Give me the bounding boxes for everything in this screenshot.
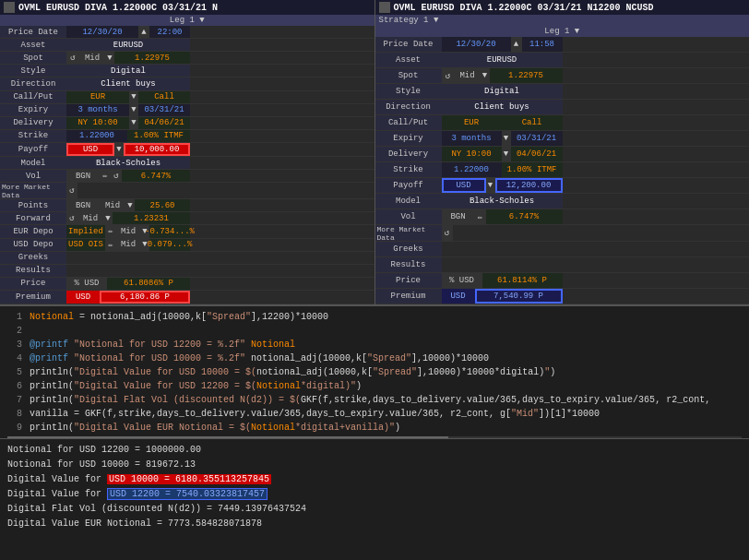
right-model-value[interactable]: Black-Scholes: [442, 194, 563, 209]
right-style-value[interactable]: Digital: [442, 84, 563, 99]
right-vol-label: Vol: [375, 209, 442, 224]
right-spot-arrow[interactable]: ▼: [481, 68, 490, 83]
left-spot-refresh-icon[interactable]: ↺: [66, 52, 79, 64]
left-usd-depo-mid[interactable]: Mid: [116, 239, 140, 251]
output-line-3: Digital Value for USD 10000 = 6180.35511…: [7, 472, 742, 487]
left-spot-mid[interactable]: Mid: [79, 52, 105, 64]
left-direction-value[interactable]: Client buys: [66, 77, 190, 89]
right-asset-value[interactable]: EURUSD: [442, 53, 563, 67]
code-line-5: 5println("Digital Value for USD 10000 = …: [7, 365, 742, 379]
right-price-date-value[interactable]: 12/30/20: [442, 37, 511, 52]
code-line-9: 9println("Digital Value EUR Notional = $…: [7, 421, 742, 435]
left-callput-arrow[interactable]: ▼: [129, 91, 138, 103]
left-price-date-arrow[interactable]: ▲: [138, 26, 149, 38]
left-forward-mid[interactable]: Mid: [77, 212, 103, 224]
right-payoff-currency[interactable]: USD: [442, 178, 486, 193]
right-expiry-months[interactable]: 3 months: [442, 131, 502, 146]
left-leg-label[interactable]: Leg 1 ▼: [0, 15, 374, 26]
left-points-bgn[interactable]: BGN: [66, 199, 100, 211]
left-forward-arrow[interactable]: ▼: [103, 212, 113, 224]
right-direction-value[interactable]: Client buys: [442, 100, 563, 114]
left-payoff-currency[interactable]: USD: [66, 143, 114, 156]
left-model-label: Model: [0, 157, 66, 169]
right-price-row: Price % USD 61.8114% P: [375, 273, 750, 289]
left-vol-refresh-icon[interactable]: ↺: [111, 170, 122, 182]
right-expiry-row: Expiry 3 months ▼ 03/31/21: [375, 131, 750, 147]
right-payoff-arrow[interactable]: ▼: [486, 178, 495, 193]
right-direction-label: Direction: [375, 100, 442, 114]
right-price-value: 61.8114% P: [482, 273, 563, 288]
left-points-mid[interactable]: Mid: [100, 199, 125, 211]
right-expiry-date[interactable]: 03/31/21: [511, 131, 563, 146]
right-results-row: Results: [375, 257, 750, 273]
left-usd-depo-value: 0.079...%: [149, 239, 190, 251]
right-delivery-date[interactable]: 04/06/21: [511, 147, 563, 161]
left-eur-depo-implied[interactable]: Implied: [66, 225, 105, 237]
right-strike-value[interactable]: 1.22000: [442, 162, 502, 177]
left-forward-refresh[interactable]: ↺: [66, 212, 77, 224]
right-premium-label: Premium: [375, 289, 442, 304]
left-payoff-arrow[interactable]: ▼: [114, 143, 124, 156]
right-vol-edit-icon[interactable]: ✏: [475, 209, 486, 224]
left-delivery-arrow[interactable]: ▼: [129, 117, 138, 129]
right-expiry-label: Expiry: [375, 131, 442, 146]
right-price-usd[interactable]: % USD: [442, 273, 482, 288]
top-section: OVML EURUSD DIVA 1.22000C 03/31/21 N Leg…: [0, 0, 749, 304]
left-usd-depo-edit[interactable]: ✏: [105, 239, 116, 251]
left-callput-eur[interactable]: EUR: [66, 91, 129, 103]
right-payoff-value[interactable]: 12,200.00: [495, 178, 563, 193]
left-direction-row: Direction Client buys: [0, 77, 374, 90]
left-price-date-time[interactable]: 22:00: [149, 26, 190, 38]
left-payoff-value[interactable]: 10,000.00: [124, 143, 190, 156]
right-strategy-label[interactable]: Strategy 1 ▼: [375, 15, 750, 26]
left-delivery-time[interactable]: NY 10:00: [66, 117, 129, 129]
right-vol-bgn[interactable]: BGN: [442, 209, 475, 224]
right-price-date-label: Price Date: [375, 37, 442, 52]
left-premium-currency[interactable]: USD: [66, 291, 100, 304]
output-highlight-10000: USD 10000 = 6180.355113257845: [107, 474, 271, 484]
right-market-data-refresh[interactable]: ↺: [442, 225, 453, 241]
left-style-value[interactable]: Digital: [66, 65, 190, 77]
left-expiry-date[interactable]: 03/31/21: [138, 104, 190, 116]
right-price-date-time[interactable]: 11:58: [522, 37, 563, 52]
right-callput-eur[interactable]: EUR: [442, 115, 502, 130]
right-price-label: Price: [375, 273, 442, 288]
right-delivery-arrow[interactable]: ▼: [502, 147, 511, 161]
code-line-6: 6println("Digital Value for USD 12200 = …: [7, 379, 742, 393]
right-spot-value: 1.22975: [490, 68, 563, 83]
left-vol-edit-icon[interactable]: ✏: [100, 170, 111, 182]
right-payoff-row: Payoff USD ▼ 12,200.00: [375, 178, 750, 194]
right-premium-currency[interactable]: USD: [442, 289, 475, 304]
right-callput-value[interactable]: Call: [502, 115, 563, 130]
left-market-data-row: More Market Data ↺: [0, 183, 374, 199]
left-points-label: Points: [0, 199, 66, 211]
left-price-usd[interactable]: % USD: [66, 278, 107, 290]
left-model-value[interactable]: Black-Scholes: [66, 157, 190, 169]
output-line-6: Digital Value EUR Notional = 7773.584828…: [7, 517, 742, 531]
right-expiry-arrow[interactable]: ▼: [502, 131, 511, 146]
right-price-date-arrow[interactable]: ▲: [511, 37, 522, 52]
left-callput-value[interactable]: Call: [138, 91, 190, 103]
left-expiry-arrow[interactable]: ▼: [129, 104, 138, 116]
left-payoff-row: Payoff USD ▼ 10,000.00: [0, 143, 374, 157]
left-points-arrow[interactable]: ▼: [125, 199, 135, 211]
left-vol-bgn[interactable]: BGN: [66, 170, 100, 182]
code-section: 1Notional = notional_adj(10000,k["Spread…: [0, 304, 749, 438]
right-spot-refresh-icon[interactable]: ↺: [442, 68, 455, 83]
left-delivery-date[interactable]: 04/06/21: [138, 117, 190, 129]
left-eur-depo-mid[interactable]: Mid: [116, 225, 140, 237]
right-premium-row: Premium USD 7,540.99 P: [375, 289, 750, 304]
left-model-row: Model Black-Scholes: [0, 157, 374, 170]
left-strike-value[interactable]: 1.22000: [66, 130, 127, 142]
left-strike-row: Strike 1.22000 1.00% ITMF: [0, 130, 374, 143]
left-expiry-months[interactable]: 3 months: [66, 104, 129, 116]
left-price-date-value[interactable]: 12/30/20: [66, 26, 138, 38]
right-leg-label[interactable]: Leg 1 ▼: [375, 26, 750, 37]
left-market-data-refresh[interactable]: ↺: [66, 183, 77, 198]
right-spot-mid[interactable]: Mid: [455, 68, 481, 83]
left-asset-value[interactable]: EURUSD: [66, 39, 190, 51]
right-delivery-time[interactable]: NY 10:00: [442, 147, 502, 161]
left-spot-arrow[interactable]: ▼: [105, 52, 114, 64]
left-usd-depo-type[interactable]: USD OIS: [66, 239, 105, 251]
left-eur-depo-edit[interactable]: ✏: [105, 225, 116, 237]
